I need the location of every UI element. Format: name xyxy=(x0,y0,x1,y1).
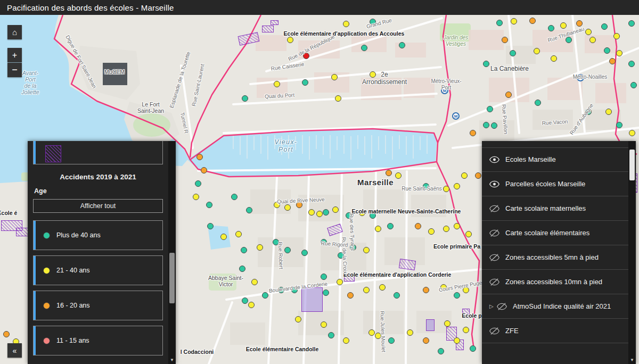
accident-point[interactable] xyxy=(529,18,536,24)
legend-item-21-40-ans[interactable]: 21 - 40 ans xyxy=(33,255,163,285)
accident-point[interactable] xyxy=(463,287,469,293)
accident-point[interactable] xyxy=(616,122,622,128)
layer-item-carte-scolaire-maternelles[interactable]: Carte scolaire maternelles xyxy=(482,196,628,221)
legend-item-plus-de-40-ans[interactable]: Plus de 40 ans xyxy=(33,220,163,250)
accident-point[interactable] xyxy=(251,279,258,285)
accident-point[interactable] xyxy=(629,130,635,136)
accident-point[interactable] xyxy=(616,50,622,56)
scroll-down-icon[interactable]: ▼ xyxy=(168,355,176,364)
accident-point[interactable] xyxy=(386,170,392,176)
accident-point[interactable] xyxy=(273,239,279,245)
accident-point[interactable] xyxy=(207,223,214,229)
accident-point[interactable] xyxy=(338,252,344,259)
layer-item-zfe[interactable]: ZFE xyxy=(482,319,628,343)
accident-point[interactable] xyxy=(323,209,329,216)
zoom-out-button[interactable]: − xyxy=(7,63,22,77)
accident-point[interactable] xyxy=(388,337,395,344)
accident-point[interactable] xyxy=(242,95,248,102)
accident-point[interactable] xyxy=(399,42,405,48)
accident-point[interactable] xyxy=(551,55,557,62)
accident-point[interactable] xyxy=(443,226,449,232)
accident-point[interactable] xyxy=(461,172,468,179)
accident-point[interactable] xyxy=(346,212,352,219)
accident-point[interactable] xyxy=(470,345,476,352)
accident-point[interactable] xyxy=(566,37,572,43)
legend-scroll-thumb[interactable] xyxy=(169,253,175,303)
accident-point[interactable] xyxy=(257,244,263,251)
eye-hidden-icon[interactable] xyxy=(489,278,501,286)
accident-point[interactable] xyxy=(548,25,554,31)
accident-point[interactable] xyxy=(604,47,610,54)
accident-point[interactable] xyxy=(370,71,376,78)
accident-point[interactable] xyxy=(443,186,449,192)
accident-point[interactable] xyxy=(444,320,450,327)
accident-point[interactable] xyxy=(465,231,472,237)
accident-point[interactable] xyxy=(589,37,596,43)
accident-point[interactable] xyxy=(196,154,203,160)
eye-hidden-icon[interactable] xyxy=(497,303,509,310)
accident-point[interactable] xyxy=(291,287,298,293)
eye-hidden-icon[interactable] xyxy=(489,254,501,261)
eye-hidden-icon[interactable] xyxy=(489,205,501,212)
accident-point[interactable] xyxy=(585,29,592,35)
accident-point[interactable] xyxy=(343,21,349,27)
accident-point[interactable] xyxy=(308,209,315,216)
accident-point[interactable] xyxy=(560,22,567,29)
accident-point[interactable] xyxy=(440,284,447,291)
layer-item-zones-accessibles-10mn-pied[interactable]: Zones accessibles 10mn à pied xyxy=(482,270,628,294)
accident-point[interactable] xyxy=(302,79,308,86)
accident-point[interactable] xyxy=(483,122,489,128)
school-parcel-hatch[interactable] xyxy=(462,309,470,318)
eye-icon[interactable] xyxy=(489,180,501,188)
accident-point[interactable] xyxy=(415,223,421,229)
layer-item-atmosud-indice-qualit-air-2021[interactable]: ▷AtmoSud Indice qualité air 2021 xyxy=(482,294,628,319)
accident-point[interactable] xyxy=(511,18,517,24)
layer-item-parcelles-coles-marseille[interactable]: Parcelles écoles Marseille xyxy=(482,172,628,196)
school-building[interactable] xyxy=(301,287,323,312)
accident-point[interactable] xyxy=(239,266,245,272)
accident-point[interactable] xyxy=(235,231,242,237)
layer-item-zones-accessibles-5mn-pied[interactable]: Zones accessibles 5mn à pied xyxy=(482,245,628,270)
accident-point[interactable] xyxy=(502,37,508,43)
zoom-in-button[interactable]: + xyxy=(7,48,22,62)
accident-point[interactable] xyxy=(316,211,323,217)
accident-point[interactable] xyxy=(337,279,343,285)
accident-point[interactable] xyxy=(321,239,327,245)
school-parcel-hatch[interactable] xyxy=(344,275,355,282)
accident-point[interactable] xyxy=(195,180,201,187)
accident-point[interactable] xyxy=(379,284,386,291)
accident-point[interactable] xyxy=(301,250,308,256)
accident-point[interactable] xyxy=(407,329,413,336)
school-building[interactable] xyxy=(426,319,435,331)
accident-point[interactable] xyxy=(368,329,375,336)
accident-point[interactable] xyxy=(601,23,608,30)
accident-point[interactable] xyxy=(387,223,394,229)
accident-point[interactable] xyxy=(328,332,334,338)
eye-hidden-icon[interactable] xyxy=(489,229,501,237)
accident-point[interactable] xyxy=(323,289,329,296)
accident-point[interactable] xyxy=(535,100,541,106)
accident-point[interactable] xyxy=(491,122,497,129)
legend-scrollbar[interactable]: ▼ xyxy=(168,141,176,364)
accident-point[interactable] xyxy=(296,202,302,208)
accident-point[interactable] xyxy=(231,194,237,200)
accident-point[interactable] xyxy=(359,210,365,216)
layer-item-ecoles-marseille[interactable]: Ecoles Marseille xyxy=(482,147,628,172)
accident-point[interactable] xyxy=(585,109,592,115)
accident-point[interactable] xyxy=(628,20,635,27)
accident-point[interactable] xyxy=(331,74,338,80)
layers-scroll-thumb[interactable] xyxy=(629,150,635,180)
accident-point[interactable] xyxy=(613,33,620,39)
legend-item-partial[interactable] xyxy=(33,141,163,164)
accident-point[interactable] xyxy=(375,333,381,339)
accident-point[interactable] xyxy=(510,50,516,56)
accident-point[interactable] xyxy=(370,19,376,25)
accident-point[interactable] xyxy=(248,302,255,308)
accident-point[interactable] xyxy=(321,321,327,328)
accident-point[interactable] xyxy=(303,53,309,59)
legend-item-16-20-ans[interactable]: 16 - 20 ans xyxy=(33,291,163,320)
accident-point[interactable] xyxy=(206,202,212,208)
home-button[interactable]: ⌂ xyxy=(7,25,22,39)
accident-point[interactable] xyxy=(438,348,444,354)
eye-hidden-icon[interactable] xyxy=(489,327,501,335)
